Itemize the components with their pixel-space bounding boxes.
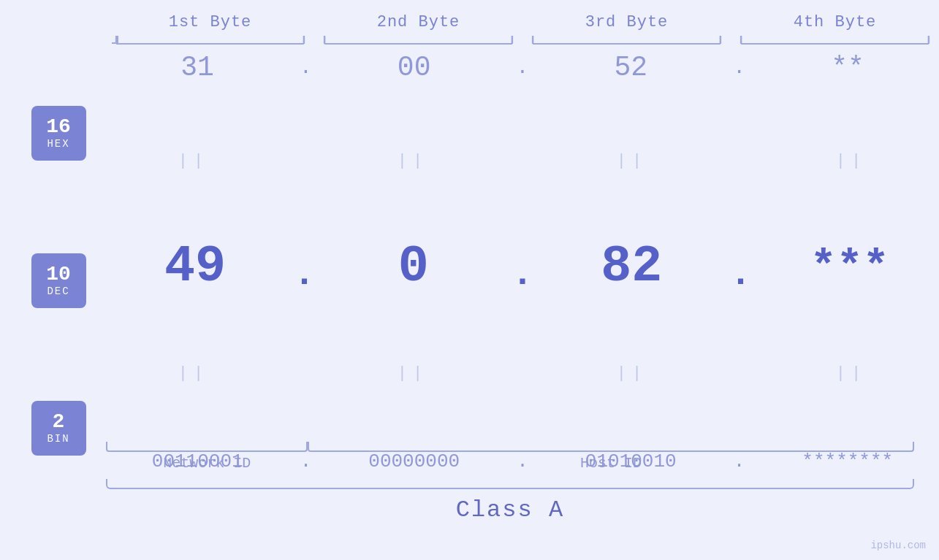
dec-row: 49 . 0 . 82 . *** [106,238,939,296]
bin-name: BIN [47,433,69,445]
dec-badge: 10 DEC [31,253,86,308]
host-bracket [308,442,913,452]
dec-byte4: *** [769,242,930,292]
dec-byte3: 82 [551,238,712,296]
equals2: || [332,152,493,170]
hex-number: 16 [46,116,71,139]
equals7: || [552,364,712,383]
label-column: 16 HEX 10 DEC 2 BIN [0,52,106,560]
class-label: Class A [106,496,914,523]
hex-dot1: . [300,56,312,79]
full-bottom-bracket [106,479,914,489]
bin-badge: 2 BIN [31,401,86,456]
hex-badge: 16 HEX [31,106,86,161]
hex-byte3: 52 [550,52,711,83]
hex-name: HEX [47,138,69,150]
dec-dot1: . [293,253,315,295]
network-id-label: Network ID [106,455,308,472]
equals3: || [552,152,712,170]
dec-number: 10 [46,264,71,286]
hex-byte2: 00 [334,52,495,83]
dec-dot3: . [729,253,751,295]
byte2-label: 2nd Byte [314,13,522,31]
dec-name: DEC [47,285,69,297]
network-bracket [106,442,308,452]
hex-row: 31 . 00 . 52 . ** [106,52,939,83]
dec-byte1: 49 [115,238,275,296]
hex-dot3: . [733,56,745,79]
host-id-label: Host ID [308,455,913,472]
equals6: || [332,364,493,383]
equals1: || [113,152,274,170]
watermark: ipshu.com [870,540,926,551]
equals8: || [771,364,932,383]
equals4: || [771,152,932,170]
byte1-label: 1st Byte [106,13,314,31]
dec-dot2: . [512,253,533,295]
hex-byte4: ** [767,52,928,83]
bin-number: 2 [53,411,65,434]
byte3-label: 3rd Byte [522,13,731,31]
main-container: 1st Byte 2nd Byte 3rd Byte 4th Byte [0,0,939,560]
hex-dot2: . [517,56,529,79]
byte4-label: 4th Byte [731,13,939,31]
equals5: || [113,364,274,383]
dec-byte2: 0 [333,238,494,296]
header-row: 1st Byte 2nd Byte 3rd Byte 4th Byte [0,0,939,31]
hex-byte1: 31 [117,52,278,83]
